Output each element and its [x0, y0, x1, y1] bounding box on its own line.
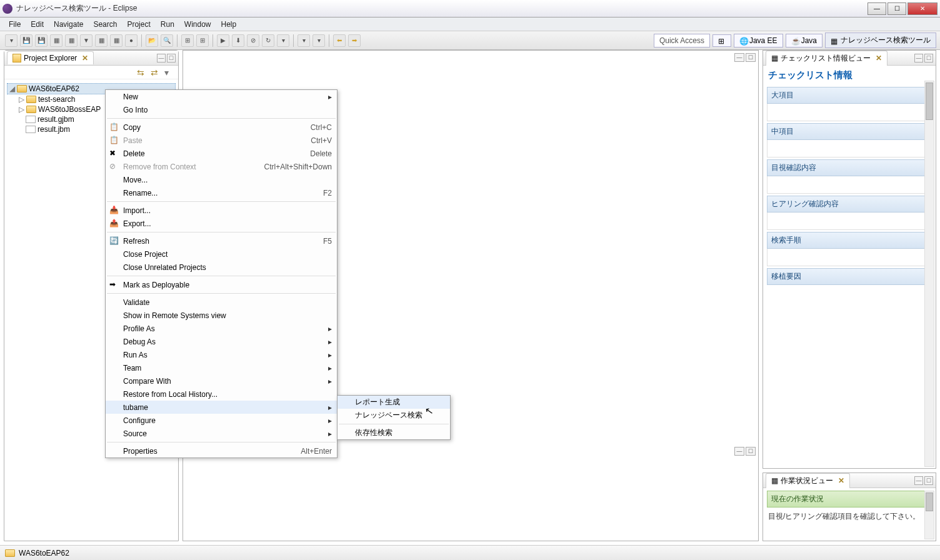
menu-edit[interactable]: Edit — [26, 19, 49, 30]
close-icon[interactable]: ✕ — [876, 54, 882, 62]
tool-icon[interactable]: ▦ — [110, 34, 122, 47]
section-header[interactable]: 検索手順 — [767, 232, 932, 249]
context-menu-item[interactable]: レポート生成 — [338, 396, 450, 409]
context-menu-item[interactable]: tubame▸ — [106, 401, 337, 414]
back-icon[interactable]: ⬅ — [333, 34, 346, 47]
minimize-view-icon[interactable]: — — [914, 476, 923, 485]
save-icon[interactable]: 💾 — [20, 34, 32, 47]
context-menu-item[interactable]: 📋CopyCtrl+C — [106, 121, 337, 134]
expand-icon[interactable]: ▷ — [18, 95, 24, 104]
view-menu-icon[interactable]: ▾ — [164, 68, 174, 78]
tool-icon[interactable]: ▦ — [65, 34, 78, 47]
filter-icon[interactable]: ▼ — [80, 34, 92, 47]
context-menu-item[interactable]: 依存性検索 — [338, 426, 450, 439]
forward-icon[interactable]: ➡ — [348, 34, 361, 47]
expand-icon[interactable]: ▷ — [18, 105, 24, 114]
context-menu-item[interactable]: ➡Mark as Deployable — [106, 278, 337, 291]
tool-icon[interactable]: ↻ — [262, 34, 274, 47]
run-icon[interactable]: ▶ — [217, 34, 229, 47]
context-menu-item[interactable]: 📋PasteCtrl+V — [106, 134, 337, 147]
menu-search[interactable]: Search — [88, 19, 122, 30]
context-menu-item[interactable]: Restore from Local History... — [106, 388, 337, 401]
context-menu-item[interactable]: 📤Export... — [106, 217, 337, 230]
context-menu-item[interactable]: Run As▸ — [106, 348, 337, 361]
section-header[interactable]: 目視確認内容 — [767, 159, 932, 176]
tool-icon[interactable]: ▾ — [277, 34, 289, 47]
menu-file[interactable]: File — [4, 19, 26, 30]
scroll-thumb[interactable] — [926, 492, 933, 511]
minimize-view-icon[interactable]: — — [157, 54, 166, 62]
tool-icon[interactable]: ▾ — [298, 34, 310, 47]
scroll-thumb[interactable] — [926, 82, 933, 120]
maximize-view-icon[interactable]: ☐ — [167, 54, 176, 62]
menu-run[interactable]: Run — [156, 19, 179, 30]
link-editor-icon[interactable]: ⇄ — [151, 68, 161, 78]
context-menu-item[interactable]: Rename...F2 — [106, 186, 337, 199]
context-menu-item[interactable]: ✖DeleteDelete — [106, 147, 337, 160]
section-header[interactable]: ヒアリング確認内容 — [767, 196, 932, 212]
context-menu-item[interactable]: Profile As▸ — [106, 322, 337, 335]
collapse-all-icon[interactable]: ⇆ — [137, 68, 147, 78]
new-icon[interactable]: ▾ — [5, 34, 18, 47]
section-header[interactable]: 大項目 — [767, 87, 932, 104]
context-menu-item[interactable]: 📥Import... — [106, 204, 337, 217]
workstatus-tab[interactable]: ▦ 作業状況ビュー ✕ — [766, 473, 850, 488]
save-all-icon[interactable]: 💾 — [35, 34, 48, 47]
checklist-tab[interactable]: ▦ チェックリスト情報ビュー ✕ — [766, 51, 888, 66]
close-button[interactable]: ✕ — [908, 2, 938, 15]
search-icon[interactable]: 🔍 — [161, 34, 173, 47]
perspective-java[interactable]: ☕Java — [786, 34, 822, 48]
section-header[interactable]: 中項目 — [767, 123, 932, 140]
quick-access[interactable]: Quick Access — [654, 34, 710, 48]
tool-icon[interactable]: ▦ — [50, 34, 62, 47]
context-menu-item[interactable]: Team▸ — [106, 361, 337, 374]
context-menu-item[interactable]: PropertiesAlt+Enter — [106, 444, 337, 458]
maximize-view-icon[interactable]: ☐ — [746, 53, 756, 62]
tool-icon[interactable]: ⊞ — [181, 34, 194, 47]
tool-icon[interactable]: ⊞ — [196, 34, 209, 47]
menu-navigate[interactable]: Navigate — [49, 19, 88, 30]
menu-window[interactable]: Window — [179, 19, 216, 30]
menu-item-label: Export... — [123, 219, 332, 228]
minimize-view-icon[interactable]: — — [734, 53, 744, 62]
tool-icon[interactable]: ▾ — [312, 34, 325, 47]
debug-icon[interactable]: ⬇ — [232, 34, 244, 47]
context-menu-item[interactable]: Go Into — [106, 103, 337, 116]
tool-icon[interactable]: ● — [125, 34, 138, 47]
context-menu-item[interactable]: Debug As▸ — [106, 335, 337, 348]
close-icon[interactable]: ✕ — [838, 476, 844, 485]
maximize-view-icon[interactable]: ☐ — [746, 447, 756, 456]
context-menu-item[interactable]: ⊘Remove from ContextCtrl+Alt+Shift+Down — [106, 160, 337, 173]
menu-item-label: Restore from Local History... — [123, 390, 332, 399]
context-menu-item[interactable]: Compare With▸ — [106, 374, 337, 388]
context-menu-item[interactable]: Close Unrelated Projects — [106, 261, 337, 274]
stop-icon[interactable]: ⊘ — [247, 34, 259, 47]
maximize-button[interactable]: ☐ — [888, 2, 906, 15]
maximize-view-icon[interactable]: ☐ — [924, 476, 933, 485]
scrollbar[interactable] — [924, 81, 934, 467]
collapse-icon[interactable]: ◢ — [9, 84, 15, 93]
minimize-button[interactable]: — — [868, 2, 886, 15]
context-menu-item[interactable]: Configure▸ — [106, 414, 337, 427]
context-menu-item[interactable]: Close Project — [106, 248, 337, 261]
open-icon[interactable]: 📂 — [146, 34, 158, 47]
context-menu-item[interactable]: Move... — [106, 173, 337, 186]
tool-icon[interactable]: ▦ — [95, 34, 108, 47]
minimize-view-icon[interactable]: — — [734, 447, 744, 456]
project-explorer-tab[interactable]: Project Explorer ✕ — [7, 51, 94, 64]
close-icon[interactable]: ✕ — [82, 54, 88, 62]
context-menu-item[interactable]: Validate — [106, 296, 337, 309]
context-menu-item[interactable]: New▸ — [106, 90, 337, 103]
perspective-switcher[interactable]: ⊞ — [712, 34, 731, 47]
context-menu-item[interactable]: Source▸ — [106, 427, 337, 440]
perspective-javaee[interactable]: 🌐Java EE — [734, 34, 783, 48]
context-menu-item[interactable]: 🔄RefreshF5 — [106, 234, 337, 248]
minimize-view-icon[interactable]: — — [914, 54, 923, 62]
menu-help[interactable]: Help — [216, 19, 242, 30]
menu-project[interactable]: Project — [122, 19, 155, 30]
maximize-view-icon[interactable]: ☐ — [924, 54, 933, 62]
perspective-knowledge[interactable]: ▦ナレッジベース検索ツール — [825, 32, 936, 48]
context-menu-item[interactable]: Show in Remote Systems view — [106, 309, 337, 322]
section-header[interactable]: 移植要因 — [767, 268, 932, 285]
scrollbar[interactable] — [924, 491, 934, 539]
